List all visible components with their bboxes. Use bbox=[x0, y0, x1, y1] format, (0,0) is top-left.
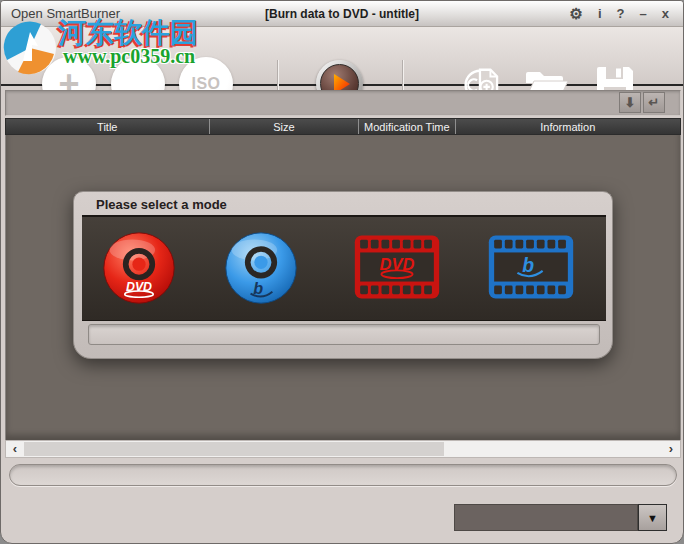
scrollbar-thumb[interactable] bbox=[24, 442, 444, 456]
close-icon[interactable]: x bbox=[662, 5, 669, 23]
file-table-header: Title Size Modification Time Information bbox=[5, 118, 681, 135]
scroll-left-icon[interactable]: ‹ bbox=[8, 441, 22, 457]
enter-button[interactable]: ↵ bbox=[643, 92, 665, 113]
mode-select-dialog: Please select a mode DVD bbox=[73, 191, 613, 359]
column-header-information[interactable]: Information bbox=[456, 119, 680, 134]
chevron-down-icon: ▼ bbox=[647, 512, 658, 524]
column-header-modification-time[interactable]: Modification Time bbox=[359, 119, 455, 134]
dvd-disc-icon[interactable]: DVD bbox=[101, 229, 177, 307]
path-bar[interactable] bbox=[5, 90, 681, 116]
dvd-film-icon[interactable]: DVD bbox=[354, 235, 440, 299]
bluray-disc-icon[interactable]: b bbox=[223, 229, 299, 307]
help-icon[interactable]: ? bbox=[617, 5, 625, 23]
device-select[interactable] bbox=[454, 504, 638, 531]
bluray-film-logo: b bbox=[522, 254, 534, 276]
down-arrow-icon: ⬇ bbox=[625, 95, 636, 110]
column-header-size[interactable]: Size bbox=[210, 119, 360, 134]
titlebar-controls: ⚙ i ? – x bbox=[570, 5, 670, 23]
bluray-disc-logo: b bbox=[253, 279, 263, 297]
scroll-right-icon[interactable]: › bbox=[664, 441, 678, 457]
enter-arrow-icon: ↵ bbox=[649, 95, 660, 110]
dialog-status-inset bbox=[88, 324, 600, 345]
mode-icons-panel: DVD b bbox=[82, 215, 606, 321]
minimize-icon[interactable]: – bbox=[640, 5, 647, 23]
settings-gear-icon[interactable]: ⚙ bbox=[570, 5, 583, 23]
bluray-film-icon[interactable]: b bbox=[488, 235, 574, 299]
status-bar bbox=[9, 464, 677, 486]
horizontal-scrollbar[interactable]: ‹ › bbox=[5, 440, 681, 458]
column-header-title[interactable]: Title bbox=[6, 119, 210, 134]
device-select-arrow-button[interactable]: ▼ bbox=[638, 504, 667, 531]
app-window: Open SmartBurner [Burn data to DVD - unt… bbox=[0, 0, 684, 544]
dialog-title: Please select a mode bbox=[96, 197, 227, 212]
info-icon[interactable]: i bbox=[598, 5, 602, 23]
titlebar[interactable]: Open SmartBurner [Burn data to DVD - unt… bbox=[1, 1, 683, 27]
main-toolbar: + ISO bbox=[1, 27, 683, 86]
down-arrow-button[interactable]: ⬇ bbox=[619, 92, 641, 113]
